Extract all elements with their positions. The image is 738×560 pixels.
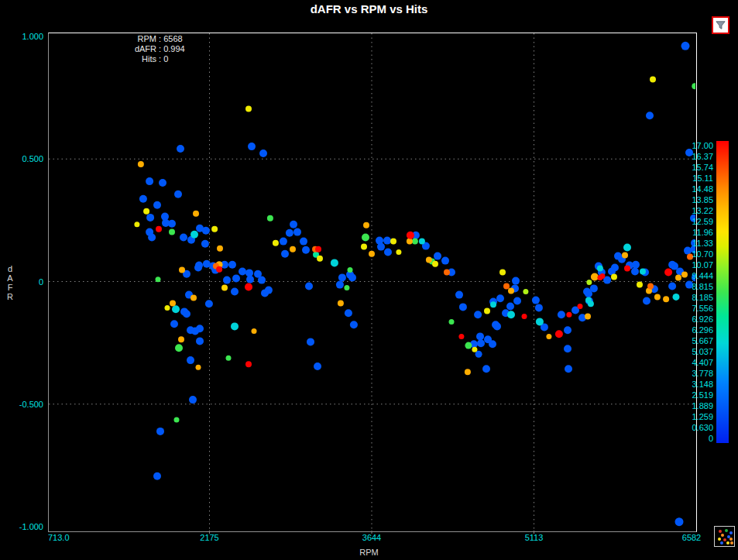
data-point[interactable]	[643, 297, 650, 305]
data-point[interactable]	[290, 246, 296, 253]
data-point[interactable]	[631, 268, 639, 276]
data-point[interactable]	[465, 369, 471, 375]
data-point[interactable]	[170, 300, 176, 306]
data-point[interactable]	[564, 345, 572, 352]
data-point[interactable]	[640, 269, 646, 275]
data-point[interactable]	[153, 472, 161, 480]
data-point[interactable]	[245, 105, 252, 112]
data-point[interactable]	[496, 294, 504, 302]
data-point[interactable]	[193, 211, 199, 217]
data-point[interactable]	[681, 42, 690, 50]
data-point[interactable]	[258, 277, 266, 284]
data-point[interactable]	[175, 344, 183, 352]
data-point[interactable]	[170, 320, 178, 328]
data-point[interactable]	[169, 229, 175, 235]
data-point[interactable]	[426, 257, 432, 263]
data-point[interactable]	[512, 277, 520, 285]
data-point[interactable]	[623, 244, 631, 252]
data-point[interactable]	[419, 239, 425, 245]
data-point[interactable]	[578, 304, 583, 309]
data-point[interactable]	[555, 330, 563, 338]
data-point[interactable]	[536, 318, 544, 325]
data-point[interactable]	[692, 83, 698, 89]
data-point[interactable]	[156, 428, 164, 435]
data-point[interactable]	[267, 215, 273, 222]
data-point[interactable]	[226, 356, 232, 361]
data-point[interactable]	[314, 362, 321, 370]
data-point[interactable]	[293, 228, 301, 236]
data-point[interactable]	[139, 195, 147, 203]
data-point[interactable]	[194, 264, 202, 272]
data-point[interactable]	[231, 322, 239, 330]
data-point[interactable]	[523, 289, 528, 294]
data-point[interactable]	[476, 332, 484, 340]
data-point[interactable]	[507, 311, 515, 318]
data-point[interactable]	[465, 342, 472, 349]
data-point[interactable]	[180, 234, 187, 242]
data-point[interactable]	[153, 201, 161, 209]
data-point[interactable]	[508, 288, 514, 294]
data-point[interactable]	[532, 297, 540, 304]
data-point[interactable]	[159, 179, 166, 187]
data-point[interactable]	[564, 326, 572, 334]
data-point[interactable]	[216, 266, 222, 273]
data-point[interactable]	[172, 305, 180, 313]
data-point[interactable]	[146, 177, 153, 185]
data-point[interactable]	[599, 273, 605, 279]
data-point[interactable]	[300, 238, 307, 246]
data-point[interactable]	[156, 226, 162, 232]
data-point[interactable]	[407, 239, 413, 245]
data-point[interactable]	[535, 304, 543, 311]
data-point[interactable]	[168, 220, 176, 228]
data-point[interactable]	[307, 338, 314, 345]
data-point[interactable]	[196, 337, 204, 345]
data-point[interactable]	[441, 257, 449, 265]
data-point[interactable]	[583, 288, 591, 296]
data-point[interactable]	[143, 208, 149, 215]
data-point[interactable]	[183, 310, 191, 318]
data-point[interactable]	[205, 300, 213, 307]
data-point[interactable]	[338, 300, 344, 306]
data-point[interactable]	[202, 227, 210, 235]
data-point[interactable]	[265, 287, 273, 294]
data-point[interactable]	[396, 249, 401, 255]
data-point[interactable]	[187, 356, 194, 364]
data-point[interactable]	[585, 313, 591, 319]
data-point[interactable]	[503, 283, 510, 290]
data-point[interactable]	[348, 267, 353, 273]
data-point[interactable]	[384, 249, 392, 256]
data-point[interactable]	[246, 276, 254, 283]
data-point[interactable]	[178, 336, 184, 342]
data-point[interactable]	[675, 517, 684, 526]
data-point[interactable]	[273, 240, 279, 246]
data-point[interactable]	[286, 229, 293, 237]
data-point[interactable]	[302, 246, 310, 254]
data-point[interactable]	[345, 309, 352, 317]
data-point[interactable]	[590, 284, 598, 292]
data-point[interactable]	[252, 328, 257, 334]
data-point[interactable]	[565, 365, 572, 373]
data-point[interactable]	[377, 243, 385, 251]
data-point[interactable]	[489, 340, 496, 348]
data-point[interactable]	[654, 294, 661, 300]
data-point[interactable]	[148, 234, 156, 242]
data-point[interactable]	[189, 396, 197, 404]
data-point[interactable]	[317, 256, 323, 262]
data-point[interactable]	[134, 222, 139, 227]
data-point[interactable]	[566, 312, 572, 318]
data-point[interactable]	[622, 253, 628, 259]
data-point[interactable]	[315, 246, 321, 253]
data-point[interactable]	[493, 322, 501, 330]
data-point[interactable]	[407, 232, 414, 239]
data-point[interactable]	[348, 273, 356, 281]
data-point[interactable]	[434, 253, 441, 260]
data-point[interactable]	[156, 277, 161, 282]
data-point[interactable]	[223, 277, 231, 284]
data-point[interactable]	[344, 285, 349, 290]
data-point[interactable]	[191, 294, 197, 301]
data-point[interactable]	[177, 145, 184, 153]
data-point[interactable]	[458, 334, 464, 339]
data-point[interactable]	[474, 311, 482, 318]
data-point[interactable]	[174, 191, 182, 198]
data-point[interactable]	[558, 311, 565, 318]
